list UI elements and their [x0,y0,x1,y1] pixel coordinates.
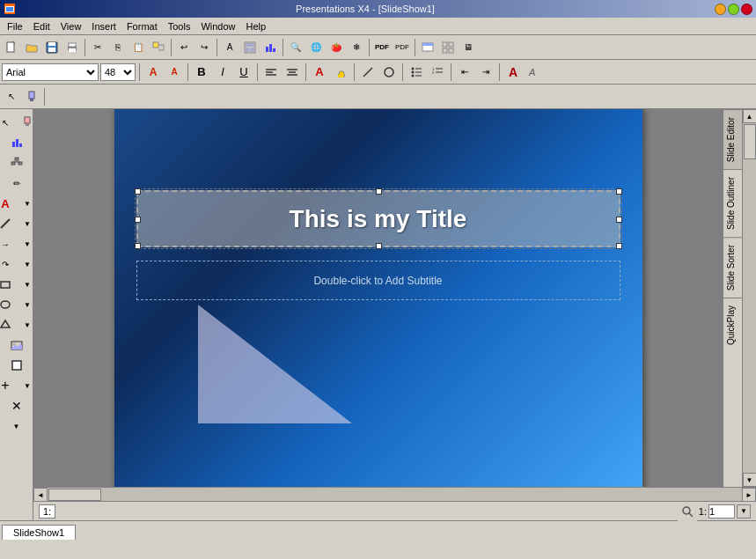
handle-mid-right[interactable] [616,217,622,223]
hscroll-right-arrow[interactable]: ► [742,488,756,502]
triangle-shape[interactable] [198,305,352,423]
org-chart-tool[interactable] [6,153,27,173]
increase-indent-button[interactable]: ⇥ [476,63,495,82]
ellipse-tool[interactable] [0,295,16,314]
line-tool[interactable] [0,214,16,233]
font-color-button[interactable]: A [310,63,329,82]
white-rect-tool[interactable] [6,356,27,375]
text-tool[interactable]: A [0,194,16,213]
bullets-button[interactable] [407,63,426,82]
image-tool[interactable] [6,335,27,355]
undo-button[interactable]: ↩ [174,38,194,57]
window-controls[interactable] [715,4,752,15]
title-textbox[interactable]: This is my Title [136,190,620,247]
zoom-button[interactable] [678,502,697,521]
scroll-up-arrow[interactable]: ▲ [743,109,757,123]
menu-window[interactable]: Window [195,18,240,34]
decrease-indent-button[interactable]: ⇤ [455,63,474,82]
new-button[interactable] [2,38,21,57]
slideshow1-tab[interactable]: SlideShow1 [2,525,76,540]
menu-help[interactable]: Help [241,18,272,34]
handle-bot-mid[interactable] [376,243,382,249]
plus-options-tool[interactable]: ▼ [17,376,33,395]
pointer-button[interactable]: ↖ [2,87,21,107]
curved-arrow-tool[interactable]: ↷ [0,254,16,274]
cut-button[interactable]: ✂ [88,38,107,57]
slide-editor-tab[interactable]: Slide Editor [723,109,742,169]
handle-top-left[interactable] [135,188,141,195]
page-input[interactable] [708,504,735,519]
hscroll-left-arrow[interactable]: ◄ [33,488,48,502]
shape-tool[interactable] [0,275,16,294]
font-size-select[interactable]: 48 [100,63,136,81]
shape-button[interactable] [379,63,399,82]
vertical-scrollbar[interactable]: ▲ ▼ [742,109,756,487]
handle-top-right[interactable] [616,188,622,195]
line-button[interactable] [358,63,378,82]
save-button[interactable] [42,38,62,57]
pdf-button[interactable]: PDF [372,38,392,57]
scroll-thumb[interactable] [744,124,756,159]
format-painter-button[interactable] [149,38,168,57]
menu-view[interactable]: View [55,18,87,34]
maximize-button[interactable] [728,4,739,15]
plus-tool[interactable]: + [0,376,16,395]
snowflake-button[interactable]: ❄ [347,38,366,57]
slide-layout-button[interactable] [240,38,260,57]
curved-options-tool[interactable]: ▼ [17,254,33,274]
menu-edit[interactable]: Edit [28,18,55,34]
underline-button[interactable]: U [234,63,253,82]
arrow-options-tool[interactable]: ▼ [17,234,33,254]
italic-button[interactable]: I [213,63,232,82]
handle-mid-left[interactable] [135,217,141,223]
cross-tool[interactable]: ✕ [6,396,27,416]
grid-button[interactable] [438,38,458,57]
polygon-options-tool[interactable]: ▼ [17,315,33,335]
hscroll-track[interactable] [48,488,742,502]
font-grow-button[interactable]: A [143,63,163,82]
paint-button[interactable] [22,87,41,107]
minimize-button[interactable] [715,4,726,15]
paint-tool[interactable] [17,113,33,132]
export-pdf-button[interactable]: PDF [393,38,412,57]
pencil-tool[interactable]: ✏ [6,173,27,193]
font-shrink-button[interactable]: A [165,63,184,82]
bar-chart-tool[interactable] [6,133,27,152]
handle-top-mid[interactable] [376,188,382,195]
select-tool[interactable]: ↖ [0,113,16,132]
bold-button[interactable]: B [192,63,211,82]
scroll-down-arrow[interactable]: ▼ [743,473,757,487]
text-color-a-button[interactable]: A [503,63,523,82]
hscroll-thumb[interactable] [48,489,101,501]
quickplay-tab[interactable]: QuickPlay [723,298,742,352]
subtitle-textbox[interactable]: Double-click to Add Subtitle [136,261,620,300]
print-button[interactable] [62,38,82,57]
menu-format[interactable]: Format [121,18,163,34]
chart-button[interactable] [261,38,280,57]
page-dropdown-arrow[interactable]: ▼ [737,504,751,519]
more-tools[interactable]: ▼ [6,416,27,436]
open-button[interactable] [22,38,41,57]
monitor-button[interactable]: 🖥 [459,38,478,57]
shape-options-tool[interactable]: ▼ [17,275,33,294]
menu-file[interactable]: File [2,18,28,34]
paste-button[interactable]: 📋 [128,38,148,57]
effects-button[interactable]: A [525,63,544,82]
menu-tools[interactable]: Tools [163,18,196,34]
font-family-select[interactable]: Arial [2,63,99,81]
ellipse-options-tool[interactable]: ▼ [17,295,33,314]
copy-button[interactable]: ⎘ [108,38,128,57]
tomato-button[interactable]: 🍅 [327,38,346,57]
numbering-button[interactable]: 1.2. [428,63,447,82]
handle-bot-right[interactable] [616,243,622,249]
highlight-button[interactable] [331,63,350,82]
menu-insert[interactable]: Insert [86,18,121,34]
text-options-tool[interactable]: ▼ [17,194,33,213]
canvas-area[interactable]: This is my Title Double-click to Add Sub… [33,109,723,487]
close-button[interactable] [741,4,752,15]
text-button[interactable]: A [220,38,239,57]
arrow-right-tool[interactable]: → [0,234,16,254]
polygon-tool[interactable] [0,315,16,335]
slide-outliner-tab[interactable]: Slide Outliner [723,169,742,237]
handle-bot-left[interactable] [135,243,141,249]
